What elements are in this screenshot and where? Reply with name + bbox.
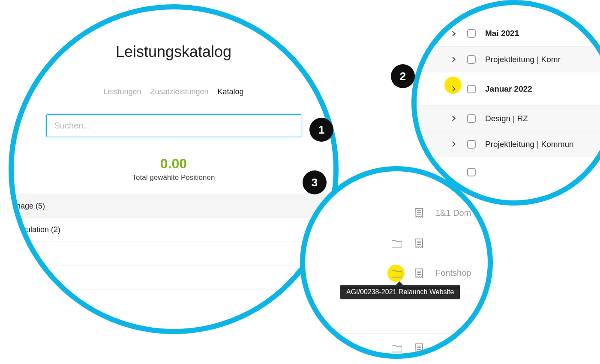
- tree-row-label: Januar 2022: [485, 84, 532, 94]
- catalog-row[interactable]: alkulation (2): [14, 218, 333, 242]
- tree-checkbox[interactable]: [467, 29, 476, 38]
- catalog-row[interactable]: [14, 266, 333, 290]
- chevron-right-icon[interactable]: [450, 31, 456, 36]
- folder-icon[interactable]: [391, 344, 403, 352]
- folder-icon[interactable]: [391, 239, 403, 248]
- tree-row-mai-2021[interactable]: Mai 2021: [417, 21, 600, 46]
- tree-row-design-rz[interactable]: Design | RZ: [417, 105, 600, 131]
- tree-checkbox[interactable]: [467, 85, 476, 93]
- tree-row-label: Projektleitung | Kommun: [485, 140, 574, 149]
- tree-row-label: Mai 2021: [485, 29, 519, 38]
- chevron-right-icon[interactable]: [450, 141, 456, 147]
- panel-items: 1&1 Dom Fontshop AGI/00238-2021 Relaunch…: [300, 166, 493, 359]
- tree-row-label: Projektleitung | Komr: [485, 55, 561, 64]
- catalog-row-label: alkulation (2): [16, 225, 60, 234]
- tree-row-projektleitung-2[interactable]: Projektleitung | Kommun: [417, 131, 600, 157]
- chevron-right-icon[interactable]: [450, 57, 456, 62]
- item-row-label: Fontshop: [435, 268, 471, 278]
- total-caption: Total gewählte Positionen: [14, 173, 333, 182]
- receipt-icon[interactable]: [413, 269, 425, 278]
- tree-checkbox[interactable]: [467, 168, 476, 176]
- tab-zusatzleistungen[interactable]: Zusatzleistungen: [150, 87, 208, 96]
- item-row-fontshop[interactable]: Fontshop AGI/00238-2021 Relaunch Website: [305, 258, 488, 288]
- catalog-row-label: nage (5): [16, 202, 45, 211]
- search-input[interactable]: [46, 114, 301, 137]
- item-row-1und1[interactable]: 1&1 Dom: [305, 198, 488, 228]
- tree-row-label: Design | RZ: [485, 114, 528, 123]
- panel-title: Leistungskatalog: [14, 43, 333, 61]
- tree-row-januar-2022[interactable]: Januar 2022: [417, 72, 600, 105]
- item-row-blank-2[interactable]: [305, 288, 488, 333]
- step-badge-3: 3: [303, 170, 327, 194]
- tree-checkbox[interactable]: [467, 55, 476, 64]
- tree-checkbox[interactable]: [467, 114, 476, 123]
- item-row-blank-3[interactable]: [305, 333, 488, 359]
- folder-icon[interactable]: [391, 269, 403, 277]
- tree-row-projektleitung-1[interactable]: Projektleitung | Komr: [417, 46, 600, 72]
- step-badge-2: 2: [391, 64, 415, 88]
- item-row-label: 1&1 Dom: [435, 208, 471, 218]
- tab-leistungen[interactable]: Leistungen: [103, 87, 141, 96]
- catalog-row[interactable]: [14, 242, 333, 266]
- item-row-blank-1[interactable]: [305, 228, 488, 258]
- catalog-row[interactable]: nage (5): [14, 194, 333, 218]
- panel-leistungskatalog: Leistungskatalog Leistungen Zusatzleistu…: [9, 4, 339, 334]
- receipt-icon[interactable]: [413, 239, 425, 248]
- tree-checkbox[interactable]: [467, 140, 476, 149]
- chevron-right-icon[interactable]: [450, 86, 456, 92]
- tab-katalog[interactable]: Katalog: [218, 87, 244, 96]
- step-badge-1: 1: [309, 118, 333, 142]
- chevron-right-icon[interactable]: [450, 116, 456, 121]
- total-amount: 0.00: [14, 156, 333, 172]
- receipt-icon[interactable]: [413, 343, 425, 353]
- tabs: Leistungen Zusatzleistungen Katalog: [14, 87, 333, 96]
- receipt-icon: [413, 208, 425, 218]
- panel-tree: Mai 2021 Projektleitung | Komr Januar 20…: [411, 0, 600, 206]
